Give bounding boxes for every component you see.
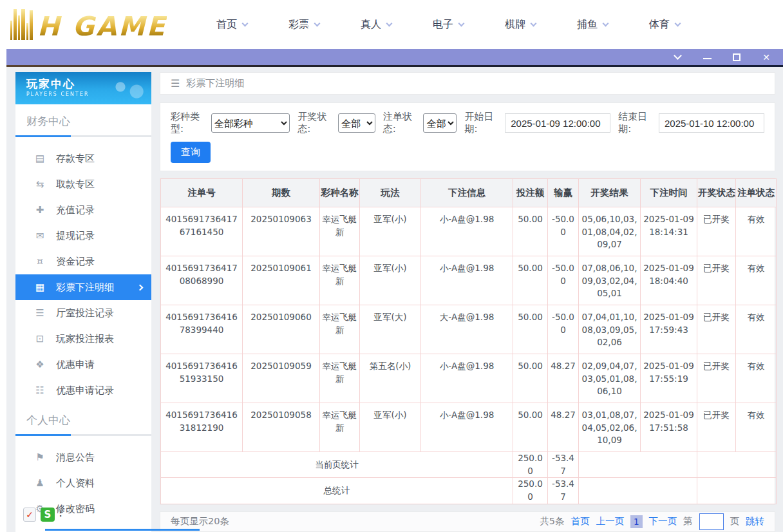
table-cell: 有效 [736,403,777,452]
nav-item-cards[interactable]: 棋牌 [505,18,536,32]
sidebar-item-deposit[interactable]: ▤存款专区 [15,146,151,171]
table-cell: 2025-01-09 17:51:58 [641,403,697,452]
notepad-check-icon[interactable]: ✓ [23,508,36,522]
table-header-cell: 开奖结果 [579,179,641,207]
sidebar-header: 玩家中心 PLAYERS CENTER [15,72,151,104]
summary-row-current-page: 当前页统计 250.00 -53.47 [161,452,777,478]
window-titlebar: ✕ [6,49,783,65]
chevron-down-icon [386,20,393,26]
table-cell: 小-A盘@1.98 [421,256,513,305]
dots-icon: ⁚ [59,513,62,517]
jump-suffix-label: 页 [730,515,740,527]
sidebar-item-lottery-bet-detail[interactable]: ▦彩票下注明细 [15,274,151,300]
table-cell: 20250109059 [243,354,320,403]
app-body: 玩家中心 PLAYERS CENTER 财务中心 ▤存款专区 ⇆取款专区 ✚充值… [6,67,783,532]
breadcrumb: ☰ 彩票下注明细 [160,72,775,95]
top-nav: 首页 彩票 真人 电子 棋牌 捕鱼 体育 [216,18,680,32]
current-page-indicator[interactable]: 1 [630,515,643,528]
window-close-button[interactable]: ✕ [761,52,771,62]
table-cell: 已开奖 [697,207,736,256]
pagination-controls: 共5条 首页 上一页 1 下一页 第 页 跳转 [540,513,764,530]
nav-label: 体育 [649,18,670,32]
sidebar-item-hall-bet-record[interactable]: ☰厅室投注记录 [15,300,151,326]
nav-label: 捕鱼 [577,18,598,32]
nav-item-fishing[interactable]: 捕鱼 [577,18,608,32]
table-row: 401569173641678399440 20250109060 幸运飞艇新 … [161,305,777,354]
order-status-select[interactable]: 全部 [423,113,457,133]
sidebar-item-profile[interactable]: ♟个人资料 [15,470,151,496]
draw-status-select[interactable]: 全部 [338,113,375,133]
nav-item-sports[interactable]: 体育 [649,18,680,32]
table-cell: 已开奖 [697,305,736,354]
table-cell: 401569173641767161450 [161,207,243,256]
sidebar-item-recharge-record[interactable]: ✚充值记录 [15,197,151,223]
summary-label: 当前页统计 [161,452,513,478]
funds-record-icon: ¤ [34,256,46,267]
nav-item-home[interactable]: 首页 [216,18,247,32]
nav-item-slots[interactable]: 电子 [433,18,464,32]
green-s-app-icon[interactable]: S [41,508,55,522]
table-header-cell: 投注额 [513,179,548,207]
table-cell: 20250109058 [243,403,320,452]
page-size-text: 每页显示20条 [171,515,229,527]
sidebar-item-funds-record[interactable]: ¤资金记录 [15,249,151,274]
promo-apply-record-icon: ☷ [34,385,46,396]
window-maximize-button[interactable] [731,52,742,62]
table-cell: 已开奖 [697,403,736,452]
first-page-link[interactable]: 首页 [571,515,589,527]
table-header-cell: 注单号 [161,179,243,207]
lottery-type-label: 彩种类型: [171,111,207,135]
table-cell: -50.00 [548,207,579,256]
sidebar-item-promo-apply-record[interactable]: ☷优惠申请记录 [15,377,151,403]
jump-button[interactable]: 跳转 [746,515,764,527]
chevron-down-icon [674,52,682,60]
minimize-icon [703,58,712,59]
window-minimize-button[interactable] [702,52,712,62]
prev-page-link[interactable]: 上一页 [596,515,624,527]
nav-item-lottery[interactable]: 彩票 [288,18,319,32]
sidebar-item-player-bet-report[interactable]: ⊡玩家投注报表 [15,326,151,352]
next-page-link[interactable]: 下一页 [649,515,677,527]
logo-h-icon [10,9,33,40]
summary-label: 总统计 [161,478,513,504]
table-cell: 07,08,06,10,09,03,02,04,05,01 [579,256,641,305]
table-cell: 大-A盘@1.98 [421,305,513,354]
table-cell: 2025-01-09 18:14:31 [641,207,697,256]
table-header-cell: 期数 [243,179,320,207]
sidebar-item-withdrawal-record[interactable]: ✉提现记录 [15,223,151,249]
table-cell: 幸运飞艇新 [320,305,360,354]
sidebar-item-withdraw[interactable]: ⇆取款专区 [15,171,151,197]
table-cell: 20250109063 [243,207,320,256]
table-header-cell: 注单状态 [736,179,777,207]
nav-item-live[interactable]: 真人 [361,18,392,32]
table-cell: 有效 [736,354,777,403]
table-cell: 小-A盘@1.98 [421,354,513,403]
sidebar-item-label: 玩家投注报表 [56,333,114,345]
sidebar-item-announcements[interactable]: ⚑消息公告 [15,444,151,470]
section-underline [15,135,151,137]
sidebar-item-label: 彩票下注明细 [56,281,114,294]
table-cell: 48.27 [548,403,579,452]
search-button[interactable]: 查询 [171,142,211,163]
page-jump-input[interactable] [699,513,724,530]
page-title: 彩票下注明细 [186,77,244,90]
table-cell: 50.00 [513,354,548,403]
hamburger-icon[interactable]: ☰ [171,77,180,90]
table-cell: 50.00 [513,256,548,305]
desktop-shortcut-icons: ✓ S ⁚ [23,508,62,522]
table-row: 401569173641651933150 20250109059 幸运飞艇新 … [161,354,777,403]
summary-bet-total: 250.00 [513,478,548,504]
draw-status-label: 开奖状态: [297,111,334,135]
lottery-type-select[interactable]: 全部彩种 [211,113,290,133]
sidebar-item-promo-apply[interactable]: ❖优惠申请 [15,352,151,377]
end-date-label: 结束日期: [618,111,655,135]
table-cell: 2025-01-09 17:59:43 [641,305,697,354]
end-date-input[interactable] [659,113,764,133]
start-date-input[interactable] [505,113,610,133]
window-collapse-button[interactable] [672,52,683,62]
summary-bet-total: 250.00 [513,452,548,478]
nav-label: 真人 [361,18,381,32]
announcement-bell-icon: ⚑ [34,451,46,463]
pagination-bar: 每页显示20条 共5条 首页 上一页 1 下一页 第 页 跳转 [160,511,775,532]
sidebar-item-label: 资金记录 [56,256,95,268]
